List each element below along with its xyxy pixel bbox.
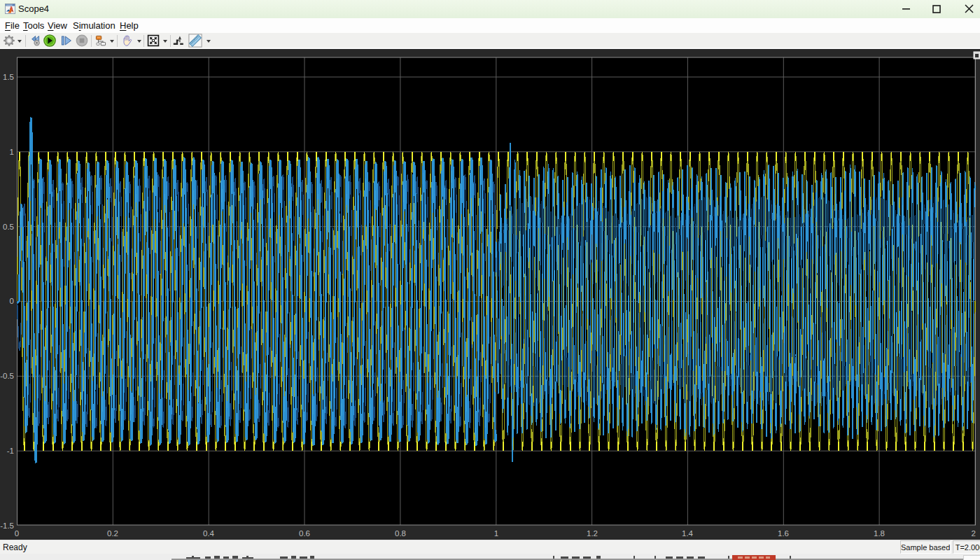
svg-text:2: 2 <box>972 529 976 538</box>
svg-text:0: 0 <box>10 297 14 305</box>
svg-text:1.2: 1.2 <box>587 529 598 538</box>
svg-text:1.5: 1.5 <box>3 73 14 81</box>
svg-text:1.6: 1.6 <box>778 529 789 538</box>
svg-text:-0.5: -0.5 <box>0 372 14 380</box>
svg-text:-1.5: -1.5 <box>0 522 14 530</box>
svg-text:0.8: 0.8 <box>395 529 406 538</box>
svg-text:0.6: 0.6 <box>299 529 310 538</box>
svg-text:0.2: 0.2 <box>107 529 118 538</box>
svg-text:0.5: 0.5 <box>3 223 14 231</box>
svg-text:1.8: 1.8 <box>874 529 885 538</box>
svg-text:1: 1 <box>494 529 498 538</box>
svg-text:1.4: 1.4 <box>682 529 694 538</box>
svg-text:0.4: 0.4 <box>203 529 215 538</box>
svg-text:0: 0 <box>15 529 19 538</box>
svg-text:1: 1 <box>10 148 14 156</box>
svg-text:-1: -1 <box>7 447 14 455</box>
